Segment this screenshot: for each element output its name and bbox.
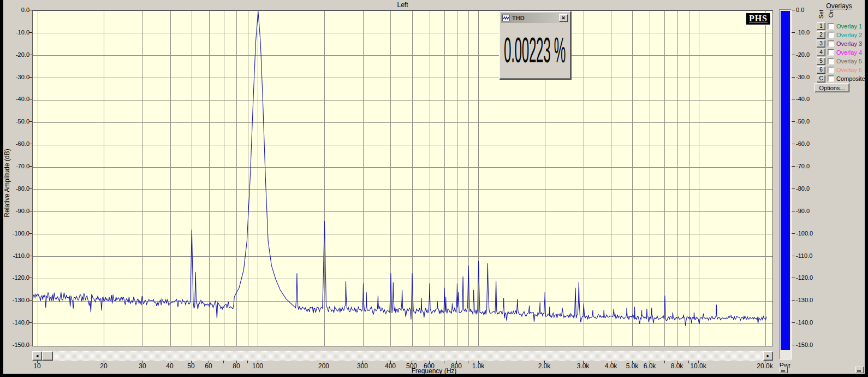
- y-tick-label-right: -50.0: [796, 118, 822, 125]
- x-tick-label: 800: [451, 362, 462, 370]
- x-tick-mark: [223, 361, 224, 363]
- waveform-icon: [502, 15, 510, 21]
- overlay-on-checkbox-5[interactable]: [828, 58, 834, 64]
- y-tick-mark-right: [792, 256, 795, 256]
- overlays-options-button[interactable]: Options...: [815, 83, 849, 92]
- overlays-on-column-header: On: [828, 10, 834, 18]
- x-tick-label: 8.0k: [671, 362, 683, 370]
- y-tick-label-left: -120.0: [3, 274, 29, 281]
- y-tick-mark-left: [29, 278, 32, 278]
- scrollbar-left-arrow-icon[interactable]: ◄: [32, 351, 42, 361]
- y-tick-mark-left: [29, 233, 32, 234]
- y-tick-mark-left: [29, 55, 32, 55]
- overlay-label-2: Overlay 2: [836, 32, 862, 38]
- y-tick-mark-right: [792, 345, 795, 345]
- y-tick-mark-right: [792, 188, 795, 189]
- y-tick-mark-right: [792, 322, 795, 323]
- close-icon[interactable]: ✕: [559, 14, 568, 22]
- x-tick-label: 60: [205, 362, 212, 370]
- y-tick-mark-left: [29, 32, 32, 33]
- overlay-on-checkbox-2[interactable]: [828, 32, 834, 38]
- x-tick-label: 20: [100, 362, 107, 370]
- y-tick-mark-right: [792, 211, 795, 211]
- x-tick-label: 30: [139, 362, 146, 370]
- y-tick-label-right: -150.0: [796, 341, 822, 348]
- analyzer-window: Left Relative Amplitude (dB) PHS THD ✕ 0…: [0, 0, 868, 377]
- x-tick-mark: [468, 361, 468, 363]
- y-tick-label-left: -140.0: [3, 319, 29, 326]
- power-meter-fill: [781, 11, 790, 350]
- y-tick-mark-right: [792, 144, 795, 144]
- spectrum-chart: [33, 11, 772, 346]
- overlay-label-C: Composite: [836, 75, 865, 82]
- overlay-on-checkbox-6[interactable]: [828, 67, 834, 73]
- y-tick-mark-left: [29, 10, 32, 10]
- overlay-label-6: Overlay 6: [836, 67, 862, 73]
- plot-area: PHS: [32, 10, 773, 346]
- y-tick-label-right: -120.0: [796, 274, 822, 281]
- x-tick-label: 20.0k: [757, 362, 772, 370]
- scrollbar-thumb[interactable]: [42, 351, 53, 361]
- x-tick-label: 6.0k: [644, 362, 656, 370]
- overlay-row-5: 5Overlay 5: [817, 57, 862, 65]
- overlay-set-button-3[interactable]: 3: [817, 40, 825, 48]
- x-tick-label: 1.0k: [472, 362, 485, 370]
- y-tick-mark-left: [29, 322, 32, 323]
- y-tick-label-left: -10.0: [3, 29, 29, 36]
- y-tick-label-left: -50.0: [3, 118, 29, 125]
- x-tick-label: 300: [357, 362, 368, 370]
- overlay-set-button-5[interactable]: 5: [817, 57, 825, 65]
- overlay-on-checkbox-4[interactable]: [828, 49, 834, 56]
- overlay-on-checkbox-1[interactable]: [828, 23, 834, 30]
- y-tick-mark-left: [29, 345, 32, 345]
- frequency-scrollbar[interactable]: ◄ ►: [32, 351, 773, 361]
- y-tick-mark-right: [792, 99, 795, 99]
- minimized-window-button[interactable]: [780, 367, 788, 373]
- y-tick-label-right: -80.0: [796, 185, 822, 192]
- y-tick-mark-left: [29, 121, 32, 122]
- y-tick-label-right: -90.0: [796, 208, 822, 214]
- y-tick-label-right: -100.0: [796, 230, 822, 237]
- x-tick-label: 100: [252, 362, 263, 370]
- y-tick-mark-right: [792, 32, 795, 33]
- x-tick-mark: [444, 361, 444, 363]
- y-tick-label-left: 0.0: [3, 7, 29, 13]
- scrollbar-right-arrow-icon[interactable]: ►: [763, 351, 773, 361]
- y-tick-label-right: -110.0: [796, 252, 822, 259]
- overlay-row-2: 2Overlay 2: [817, 31, 862, 39]
- y-tick-label-left: -40.0: [3, 96, 29, 102]
- overlay-label-3: Overlay 3: [836, 40, 862, 47]
- overlay-on-checkbox-3[interactable]: [828, 40, 834, 47]
- overlay-label-5: Overlay 5: [836, 58, 862, 64]
- thd-dialog-body: 0.00223 %: [501, 23, 569, 77]
- x-tick-mark: [688, 361, 689, 363]
- y-tick-mark-left: [29, 166, 32, 167]
- thd-dialog-title: THD: [512, 15, 559, 21]
- thd-dialog-titlebar[interactable]: THD ✕: [501, 13, 569, 23]
- y-tick-label-right: -60.0: [796, 140, 822, 147]
- x-tick-mark: [664, 361, 665, 363]
- overlay-row-1: 1Overlay 1: [817, 22, 862, 30]
- x-tick-label: 80: [233, 362, 240, 370]
- x-tick-label: 500: [406, 362, 417, 370]
- y-tick-label-right: -40.0: [796, 96, 822, 102]
- y-tick-label-right: -130.0: [796, 297, 822, 303]
- y-tick-mark-left: [29, 188, 32, 189]
- y-tick-mark-right: [792, 233, 795, 234]
- overlay-on-checkbox-C[interactable]: [828, 75, 834, 82]
- y-tick-label-left: -70.0: [3, 163, 29, 169]
- overlay-set-button-6[interactable]: 6: [817, 66, 825, 74]
- y-tick-mark-left: [29, 144, 32, 144]
- y-tick-label-left: -150.0: [3, 341, 29, 348]
- y-tick-label-right: -10.0: [796, 29, 822, 36]
- y-tick-mark-right: [792, 300, 795, 301]
- y-tick-label-left: -100.0: [3, 230, 29, 237]
- overlay-label-4: Overlay 4: [836, 49, 862, 56]
- y-tick-label-right: -20.0: [796, 51, 822, 58]
- x-tick-label: 5.0k: [626, 362, 639, 370]
- y-tick-label-left: -80.0: [3, 185, 29, 192]
- y-tick-mark-right: [792, 166, 795, 167]
- minimized-window-button-2[interactable]: [855, 367, 864, 373]
- x-tick-label: 40: [166, 362, 173, 370]
- y-tick-label-left: -60.0: [3, 140, 29, 147]
